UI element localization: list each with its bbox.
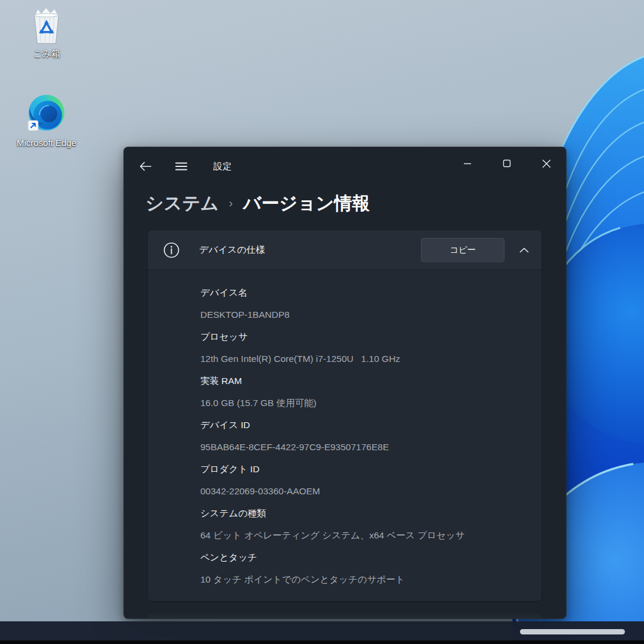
breadcrumb-system[interactable]: システム <box>145 191 219 216</box>
desktop-icon-recycle-bin[interactable]: ごみ箱 <box>13 6 80 58</box>
spec-label: システムの種類 <box>200 502 530 524</box>
device-specs-header[interactable]: デバイスの仕様 コピー <box>148 230 541 270</box>
spec-label: プロダクト ID <box>200 458 530 480</box>
spec-label: 実装 RAM <box>200 370 530 392</box>
spec-row-device-name: デバイス名 DESKTOP-1BANDP8 <box>200 281 530 326</box>
spec-label: ペンとタッチ <box>200 546 530 568</box>
spec-row-processor: プロセッサ 12th Gen Intel(R) Core(TM) i7-1250… <box>200 326 530 370</box>
navigation-menu-button[interactable] <box>174 159 188 174</box>
spec-row-product-id: プロダクト ID 00342-22069-03360-AAOEM <box>200 458 530 502</box>
desktop-icon-microsoft-edge[interactable]: Microsoft Edge <box>7 94 86 148</box>
desktop: ごみ箱 <box>0 0 644 644</box>
device-specs-body: デバイス名 DESKTOP-1BANDP8 プロセッサ 12th Gen Int… <box>148 270 541 601</box>
collapse-button[interactable] <box>510 238 538 262</box>
spec-row-ram: 実装 RAM 16.0 GB (15.7 GB 使用可能) <box>200 370 530 414</box>
spec-row-device-id: デバイス ID 95BAB64E-8CEF-4422-97C9-E9350717… <box>200 414 530 458</box>
taskbar[interactable] <box>0 621 644 640</box>
spec-value: 10 タッチ ポイントでのペンとタッチのサポート <box>200 568 530 590</box>
chevron-up-icon <box>519 247 529 253</box>
spec-value: DESKTOP-1BANDP8 <box>200 304 530 326</box>
app-title: 設定 <box>213 161 232 172</box>
spec-row-pen-touch: ペンとタッチ 10 タッチ ポイントでのペンとタッチのサポート <box>200 546 530 590</box>
caption-buttons <box>448 147 566 179</box>
spec-value: 64 ビット オペレーティング システム、x64 ベース プロセッサ <box>200 524 530 546</box>
spec-value: 16.0 GB (15.7 GB 使用可能) <box>200 392 530 414</box>
hamburger-icon <box>175 162 187 171</box>
next-section-sliver <box>148 614 541 619</box>
recycle-bin-icon <box>28 6 65 45</box>
titlebar[interactable]: 設定 <box>124 147 566 185</box>
spec-value: 95BAB64E-8CEF-4422-97C9-E93507176E8E <box>200 436 530 458</box>
microsoft-edge-icon <box>27 94 66 135</box>
screen-bezel <box>0 640 644 644</box>
back-arrow-icon <box>140 162 151 171</box>
copy-button[interactable]: コピー <box>421 238 504 262</box>
taskbar-handle[interactable] <box>520 629 625 634</box>
spec-row-system-type: システムの種類 64 ビット オペレーティング システム、x64 ベース プロセ… <box>200 502 530 546</box>
maximize-icon <box>503 159 511 168</box>
close-button[interactable] <box>527 147 566 179</box>
device-specs-card: デバイスの仕様 コピー デバイス名 DESKTOP-1BANDP8 プロセッサ … <box>148 230 541 601</box>
close-icon <box>542 159 551 168</box>
spec-value: 12th Gen Intel(R) Core(TM) i7-1250U 1.10… <box>200 348 530 370</box>
breadcrumb-chevron-icon: › <box>229 196 233 210</box>
back-button[interactable] <box>138 159 153 174</box>
minimize-icon <box>463 159 472 168</box>
spec-label: プロセッサ <box>200 326 530 348</box>
breadcrumb: システム › バージョン情報 <box>145 191 370 216</box>
spec-label: デバイス ID <box>200 414 530 436</box>
minimize-button[interactable] <box>448 147 487 179</box>
settings-window: 設定 システム <box>123 147 566 619</box>
info-icon <box>163 242 179 258</box>
page-title-about: バージョン情報 <box>243 191 370 216</box>
device-specs-title: デバイスの仕様 <box>199 244 421 256</box>
maximize-button[interactable] <box>487 147 527 179</box>
recycle-bin-label: ごみ箱 <box>13 48 80 58</box>
spec-value: 00342-22069-03360-AAOEM <box>200 480 530 502</box>
microsoft-edge-label: Microsoft Edge <box>7 138 86 148</box>
spec-label: デバイス名 <box>200 281 530 304</box>
